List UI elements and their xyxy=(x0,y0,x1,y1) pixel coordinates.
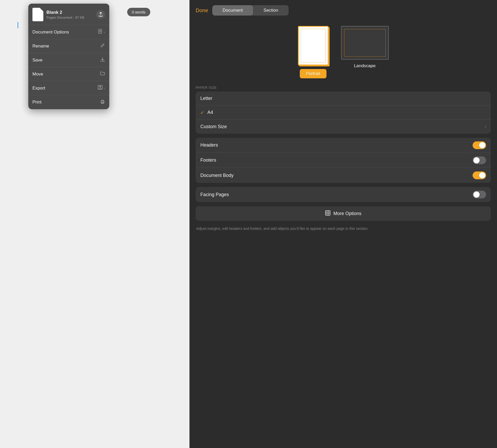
description-text: Adjust margins, edit headers and footers… xyxy=(196,225,491,232)
top-bar: Done Document Section xyxy=(189,0,497,21)
done-button[interactable]: Done xyxy=(196,8,208,13)
document-body-toggle[interactable] xyxy=(473,171,486,179)
orientation-selector: Portrait Landscape xyxy=(196,26,491,78)
portrait-button[interactable]: Portrait xyxy=(300,69,326,78)
more-options-label: More Options xyxy=(333,211,361,216)
document-body-toggle-row: Document Body xyxy=(196,168,491,183)
headers-toggle[interactable] xyxy=(473,141,486,149)
pencil-icon xyxy=(100,43,105,49)
word-count-badge: 0 words xyxy=(127,8,150,16)
facing-pages-toggle[interactable] xyxy=(473,191,486,198)
doc-menu-header: Blank 2 Pages Document · 87 KB xyxy=(28,4,109,25)
paper-size-label: PAPER SIZE xyxy=(196,86,491,89)
toggle-thumb xyxy=(479,142,485,148)
tab-document[interactable]: Document xyxy=(212,5,253,16)
chevron-right-icon: › xyxy=(104,30,105,34)
letter-option[interactable]: Letter xyxy=(196,92,491,106)
toggle-thumb xyxy=(479,172,485,178)
portrait-preview xyxy=(298,26,329,65)
doc-meta: Blank 2 Pages Document · 87 KB xyxy=(46,10,93,19)
share-icon xyxy=(98,12,103,17)
custom-size-option[interactable]: Custom Size › xyxy=(196,120,491,134)
export-item[interactable]: Export › xyxy=(28,81,109,95)
rename-item[interactable]: Rename xyxy=(28,39,109,53)
portrait-option[interactable]: Portrait xyxy=(298,26,329,78)
move-item[interactable]: Move xyxy=(28,67,109,81)
landscape-option[interactable]: Landscape xyxy=(341,26,389,78)
chevron-right-icon: › xyxy=(104,86,105,90)
a4-option[interactable]: ✓ A4 xyxy=(196,106,491,120)
footers-toggle-row: Footers xyxy=(196,153,491,168)
folder-icon xyxy=(100,71,105,77)
text-cursor xyxy=(18,22,18,28)
tab-section[interactable]: Section xyxy=(253,5,289,16)
document-menu: Blank 2 Pages Document · 87 KB Document … xyxy=(28,4,109,109)
more-options-button[interactable]: More Options xyxy=(196,206,491,221)
toggles-group: Headers Footers Document Body xyxy=(196,138,491,183)
tab-group: Document Section xyxy=(212,5,289,16)
chevron-right-icon: › xyxy=(485,124,486,129)
landscape-label: Landscape xyxy=(354,63,376,68)
toggle-thumb xyxy=(473,191,480,198)
content-area: Portrait Landscape PAPER SIZE Letter ✓ A… xyxy=(189,21,497,448)
document-thumbnail xyxy=(32,8,43,21)
doc-title: Blank 2 xyxy=(46,10,93,15)
editor-area: 0 words Blank 2 Pages Document · 87 KB D… xyxy=(0,0,189,448)
svg-rect-5 xyxy=(325,211,330,215)
headers-toggle-row: Headers xyxy=(196,138,491,153)
svg-point-4 xyxy=(103,101,104,102)
settings-panel: Done Document Section Portrait Landscape… xyxy=(189,0,497,448)
paper-size-group: Letter ✓ A4 Custom Size › xyxy=(196,92,491,134)
share-button[interactable] xyxy=(96,10,105,19)
toggle-thumb xyxy=(473,157,480,163)
export-icon xyxy=(98,85,103,91)
document-icon xyxy=(98,29,103,35)
footers-toggle[interactable] xyxy=(473,156,486,164)
landscape-preview xyxy=(341,26,389,60)
print-item[interactable]: Print xyxy=(28,95,109,109)
facing-pages-group: Facing Pages xyxy=(196,187,491,202)
save-item[interactable]: Save xyxy=(28,53,109,67)
print-icon xyxy=(100,99,105,106)
document-options-item[interactable]: Document Options › xyxy=(28,25,109,39)
doc-subtitle: Pages Document · 87 KB xyxy=(46,16,93,19)
save-icon xyxy=(100,57,105,63)
facing-pages-toggle-row: Facing Pages xyxy=(196,187,491,202)
checkmark-icon: ✓ xyxy=(200,110,204,115)
table-icon xyxy=(325,210,331,217)
